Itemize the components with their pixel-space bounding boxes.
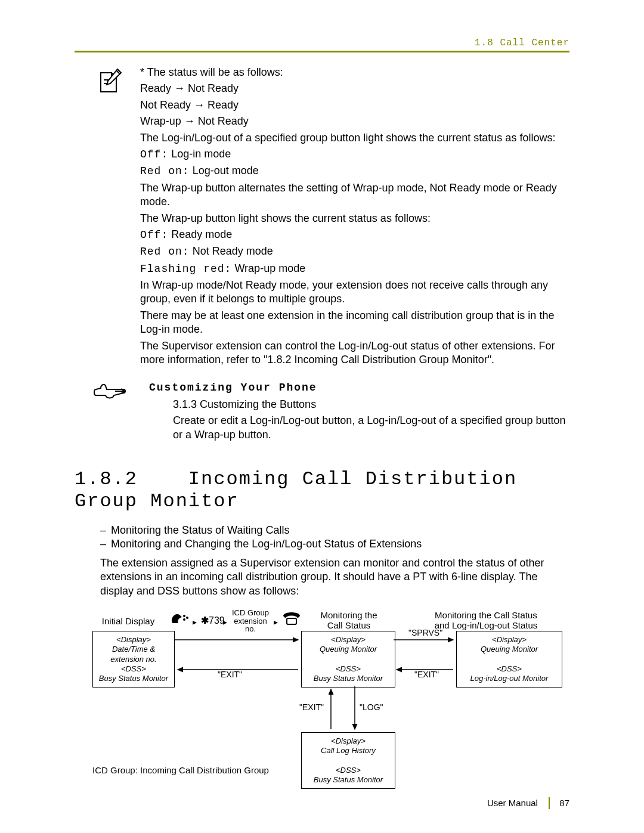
header-text: 1.8 Call Center (475, 38, 569, 48)
note-icon (92, 66, 134, 98)
status-intro: * The status will be as follows: (140, 66, 283, 78)
customize-line: 3.1.3 Customizing the Buttons (173, 398, 569, 411)
footer-label: User Manual (487, 798, 538, 808)
flow-arrow-label: "SPRVS" (408, 628, 442, 637)
note-text: * The status will be as follows: Ready →… (140, 66, 569, 369)
section-bullets: –Monitoring the Status of Waiting Calls … (113, 524, 569, 550)
section-heading: 1.8.2 Incoming Call Distribution Group M… (75, 468, 569, 512)
footer-page: 87 (559, 798, 569, 808)
para: The Log-in/Log-out of a specified group … (140, 131, 569, 145)
page-footer: User Manual 87 (487, 797, 569, 809)
arrow-icon: → (184, 115, 198, 127)
para: There may be at least one extension in t… (140, 309, 569, 337)
flow-note: ICD Group: Incoming Call Distribution Gr… (92, 765, 269, 775)
flow-arrow-label: "EXIT" (299, 702, 324, 712)
customize-line: Create or edit a Log-in/Log-out button, … (173, 414, 569, 442)
flow-arrow-label: "EXIT" (218, 670, 242, 679)
note-block: * The status will be as follows: Ready →… (92, 66, 569, 369)
flow-diagram: Initial Display ▸ ✱739 ▸ ICD Groupextens… (92, 610, 569, 801)
flow-arrow-label: "LOG" (360, 702, 383, 712)
customize-title: Customizing Your Phone (149, 381, 569, 395)
footer-divider (549, 797, 550, 809)
para: The Supervisor extension can control the… (140, 339, 569, 367)
point-hand-icon (92, 381, 134, 404)
page-header: 1.8 Call Center (75, 38, 569, 52)
customize-block: Customizing Your Phone 3.1.3 Customizing… (92, 381, 569, 444)
section-number: 1.8.2 (75, 468, 138, 490)
flow-arrow-label: "EXIT" (414, 670, 439, 679)
section-title: Incoming Call Distribution Group Monitor (75, 468, 517, 512)
para: In Wrap-up mode/Not Ready mode, your ext… (140, 278, 569, 306)
section-para: The extension assigned as a Supervisor e… (100, 556, 569, 598)
para: The Wrap-up button alternates the settin… (140, 181, 569, 209)
arrow-icon: → (194, 99, 208, 111)
customize-text: Customizing Your Phone 3.1.3 Customizing… (140, 381, 569, 444)
arrow-icon: → (174, 82, 188, 94)
para: The Wrap-up button light shows the curre… (140, 212, 569, 225)
